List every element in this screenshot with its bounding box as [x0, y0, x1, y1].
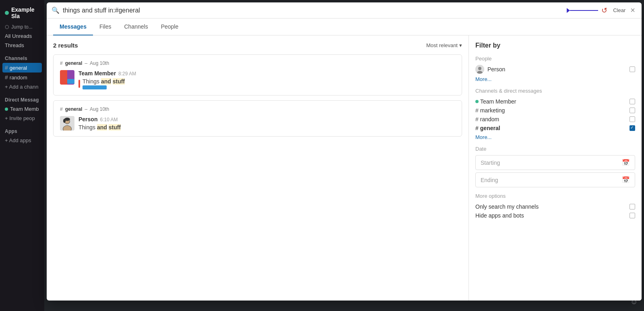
main-area: @ ☆ G @ ☺ 🔍 ↺ Clear × Messages Files [44, 0, 644, 311]
sidebar-item-random[interactable]: # random [0, 73, 44, 82]
workspace-name[interactable]: Example Sla [0, 3, 44, 23]
filter-marketing-checkbox[interactable] [630, 108, 635, 113]
hash-icon: # [60, 106, 63, 112]
filter-random-label: random [480, 116, 499, 122]
date-starting-input[interactable]: Starting 📅 [475, 155, 635, 170]
hash-icon: # [475, 116, 479, 122]
filter-people-more[interactable]: More... [475, 76, 635, 82]
sidebar-item-threads[interactable]: Threads [0, 41, 44, 50]
filter-random-checkbox[interactable] [630, 116, 635, 122]
add-apps[interactable]: + Add apps [0, 136, 44, 145]
apps-section-label: Apps [0, 123, 44, 136]
filter-title: Filter by [475, 42, 635, 49]
separator: – [85, 106, 87, 112]
filter-marketing-label: marketing [480, 107, 505, 114]
hash-icon: # [475, 125, 479, 131]
dm-username: Team Memb [10, 106, 39, 112]
calendar-end-icon: 📅 [622, 176, 630, 184]
dm-team-member[interactable]: Team Memb [0, 104, 44, 114]
highlight-stuff: stuff [109, 124, 121, 131]
result-name-line-2: Person 6:10 AM [78, 116, 455, 122]
workspace-title: Example Sla [11, 6, 39, 19]
result-content-1: Team Member 8:29 AM Things and stuff [78, 70, 455, 89]
jump-icon: ⬡ [5, 24, 9, 30]
svg-point-6 [63, 119, 66, 123]
date-ending-input[interactable]: Ending 📅 [475, 172, 635, 187]
filter-channels-more[interactable]: More... [475, 134, 635, 140]
close-button[interactable]: × [629, 6, 637, 15]
jump-to[interactable]: ⬡ Jump to... [0, 23, 44, 31]
more-option-row-1: Only search my channels [475, 202, 635, 211]
hash-icon: # [5, 74, 8, 81]
result-time-1: 8:29 AM [118, 71, 136, 77]
filter-channel-marketing: # marketing [475, 106, 635, 115]
all-unreads-label: All Unreads [5, 33, 32, 39]
result-avatar-2 [60, 116, 74, 131]
filter-panel: Filter by People Person More... Channels… [469, 35, 642, 301]
tab-files[interactable]: Files [93, 19, 118, 35]
search-arrow-annotation [570, 10, 598, 11]
result-name-line-1: Team Member 8:29 AM [78, 70, 455, 77]
result-channel-1: general [65, 60, 83, 66]
result-username-2: Person [78, 116, 97, 122]
search-spinner: ↺ [601, 6, 607, 15]
sidebar-item-all-unreads[interactable]: All Unreads [0, 31, 44, 41]
filter-general-label: general [480, 125, 500, 131]
sidebar: Example Sla ⬡ Jump to... All Unreads Thr… [0, 0, 44, 311]
filter-channel-general: # general [475, 124, 635, 133]
filter-dm-checkbox[interactable] [630, 99, 635, 104]
separator: – [85, 60, 87, 66]
filter-channel-dm: Team Member [475, 97, 635, 106]
result-date-1: Aug 10th [90, 60, 109, 66]
result-card-2[interactable]: # general – Aug 10th [53, 100, 462, 137]
result-content-2: Person 6:10 AM Things and stuff [78, 116, 455, 131]
search-icon: 🔍 [52, 6, 60, 14]
search-overlay: 🔍 ↺ Clear × Messages Files Channels Peop… [47, 2, 642, 301]
date-starting-label: Starting [481, 160, 500, 166]
tab-people[interactable]: People [155, 19, 185, 35]
more-option-row-2: Hide apps and bots [475, 211, 635, 220]
more-options-label: More options [475, 193, 635, 199]
result-username-1: Team Member [78, 70, 116, 77]
dm-status-dot [475, 100, 479, 103]
sidebar-item-general[interactable]: # general [2, 63, 42, 73]
tab-messages[interactable]: Messages [53, 19, 93, 35]
more-option-checkbox-1[interactable] [630, 204, 635, 209]
search-bar: 🔍 ↺ Clear × [47, 2, 642, 19]
hash-icon: # [475, 107, 479, 114]
more-option-checkbox-2[interactable] [630, 213, 635, 218]
clear-button[interactable]: Clear [613, 7, 625, 13]
channel-name-random: random [10, 75, 27, 81]
result-text-2: Things and stuff [78, 124, 455, 131]
search-input[interactable] [63, 7, 567, 14]
filter-general-checkbox[interactable] [630, 125, 635, 131]
add-channel[interactable]: + Add a chann [0, 82, 44, 91]
jump-label: Jump to... [11, 24, 33, 30]
filter-date-label: Date [475, 146, 635, 152]
filter-person-avatar [475, 65, 484, 74]
results-header: 2 results Most relevant ▾ [53, 42, 462, 49]
results-sort[interactable]: Most relevant ▾ [426, 42, 462, 48]
result-text-1: Things and stuff [78, 78, 455, 89]
results-panel: 2 results Most relevant ▾ # general – Au… [47, 35, 469, 301]
result-message-1: Team Member 8:29 AM Things and stuff [60, 70, 455, 89]
result-card-1[interactable]: # general – Aug 10th [53, 54, 462, 95]
filter-person-checkbox[interactable] [630, 66, 635, 72]
filter-dm-label: Team Member [480, 98, 516, 105]
more-option-text-1: Only search my channels [475, 203, 539, 210]
filter-channel-marketing-name: # marketing [475, 107, 505, 114]
tab-channels[interactable]: Channels [118, 19, 155, 35]
result-channel-2: general [65, 106, 83, 112]
hash-icon: # [60, 60, 63, 66]
filter-person-name: Person [487, 66, 626, 73]
svg-point-8 [478, 67, 481, 70]
result-time-2: 6:10 AM [100, 117, 118, 122]
calendar-start-icon: 📅 [622, 159, 630, 166]
filter-channel-random-name: # random [475, 116, 499, 122]
invite-people[interactable]: + Invite peop [0, 114, 44, 123]
date-ending-label: Ending [481, 177, 498, 183]
more-option-text-2: Hide apps and bots [475, 212, 524, 219]
filter-people-label: People [475, 56, 635, 62]
filter-channel-random: # random [475, 115, 635, 124]
filter-channel-general-name: # general [475, 125, 500, 131]
